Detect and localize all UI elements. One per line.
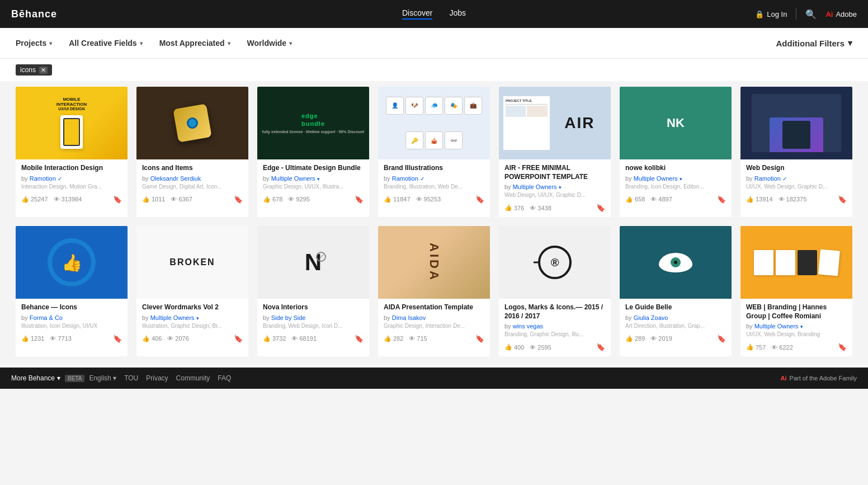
thumbs-up-icon: 👍	[21, 196, 29, 203]
card-stats: 👍 1231 👁 7713 🔖	[21, 332, 122, 346]
likes-count: 11847	[393, 196, 411, 203]
card-stats: 👍 757 👁 6222 🔖	[746, 340, 847, 354]
views-stat: 👁 3438	[530, 205, 551, 211]
nav-discover[interactable]: Discover	[402, 8, 432, 20]
author-name[interactable]: Multiple Owners	[271, 175, 315, 182]
project-card-behance-icons[interactable]: 👍 Behance — Icons by Forma & Co Illustra…	[16, 226, 128, 356]
card-body: AIDA Presentation Template by Dima Isako…	[378, 299, 490, 348]
project-card-web-branding-hannes[interactable]: WEB | Branding | Hannes Group | Coffee R…	[740, 226, 852, 356]
filter-additional[interactable]: Additional Filters ▾	[776, 38, 852, 48]
header: Bēhance Discover Jobs 🔒 Log In 🔍 Ai Adob…	[0, 0, 868, 28]
card-image-wrap: PROJECT TITLE AIR	[499, 87, 611, 159]
footer-privacy-link[interactable]: Privacy	[146, 374, 168, 382]
bookmark-button[interactable]: 🔖	[717, 195, 726, 204]
card-body: Logos, Marks & Icons.— 2015 / 2016 / 201…	[499, 299, 611, 356]
bookmark-button[interactable]: 🔖	[596, 204, 605, 212]
language-selector[interactable]: English ▾	[89, 374, 116, 382]
bookmark-button[interactable]: 🔖	[596, 343, 605, 351]
bookmark-button[interactable]: 🔖	[113, 195, 122, 204]
likes-count: 1011	[152, 196, 165, 203]
likes-stat: 👍 282	[384, 335, 403, 342]
card-stats: 👍 3732 👁 68191 🔖	[263, 332, 364, 346]
verified-icon: ✓	[782, 176, 787, 182]
bookmark-button[interactable]: 🔖	[475, 335, 484, 343]
bookmark-button[interactable]: 🔖	[475, 195, 484, 204]
project-card-aida-presentation[interactable]: AIDA AIDA Presentation Template by Dima …	[378, 226, 490, 356]
thumbs-up-icon: 👍	[625, 196, 633, 203]
project-card-mobile-interaction[interactable]: MOBILEINTERACTIONUX/UI DESIGN Mobile Int…	[16, 87, 128, 217]
project-card-nova-interiors[interactable]: N Nova Interiors by Side by Side Brandin…	[257, 226, 369, 356]
project-card-edge-bundle[interactable]: edgebundle fully extended license · life…	[257, 87, 369, 217]
project-card-nowe-kolibki[interactable]: NK nowe kolibki by Multiple Owners ▾ Bra…	[620, 87, 732, 217]
project-card-air-template[interactable]: PROJECT TITLE AIR AIR - FREE MINIMAL POW…	[499, 87, 611, 217]
author-name[interactable]: Multiple Owners	[754, 323, 799, 329]
bookmark-button[interactable]: 🔖	[355, 195, 364, 204]
project-card-logos-marks[interactable]: ® Logos, Marks & Icons.— 2015 / 2016 / 2…	[499, 226, 611, 356]
chevron-down-icon: ▾	[559, 185, 562, 190]
card-title: nowe kolibki	[625, 164, 726, 173]
main-content: MOBILEINTERACTIONUX/UI DESIGN Mobile Int…	[0, 81, 868, 368]
author-name[interactable]: Dima Isakov	[392, 314, 426, 321]
card-author: by Side by Side	[263, 314, 364, 321]
author-name[interactable]: Multiple Owners	[513, 183, 557, 190]
likes-stat: 👍 376	[504, 204, 524, 211]
bookmark-button[interactable]: 🔖	[355, 335, 364, 343]
nav-jobs[interactable]: Jobs	[449, 8, 466, 20]
project-card-web-design[interactable]: Web Design by Ramotion ✓ UI/UX, Web Desi…	[740, 87, 852, 217]
card-tags: Branding, Graphic Design, Illu...	[504, 331, 605, 337]
card-image-wrap: 👍	[16, 226, 128, 299]
card-stats: 👍 13914 👁 182375 🔖	[746, 192, 847, 206]
bookmark-button[interactable]: 🔖	[717, 335, 726, 343]
thumbs-up-icon: 👍	[21, 335, 29, 342]
card-body: AIR - FREE MINIMAL POWERPOINT TEMPLATE b…	[499, 159, 611, 217]
project-card-brand-illustrations[interactable]: 👤🐶🧢🎭💼🔑🎪👓 Brand Illustrations by Ramotion…	[378, 87, 490, 217]
filter-projects[interactable]: Projects ▾	[16, 39, 52, 48]
footer-faq-link[interactable]: FAQ	[218, 374, 231, 382]
project-card-clever-wordmarks[interactable]: BROKEN Clever Wordmarks Vol 2 by Multipl…	[136, 226, 248, 356]
login-button[interactable]: 🔒 Log In	[755, 10, 787, 18]
bookmark-button[interactable]: 🔖	[838, 343, 847, 351]
author-name[interactable]: Giulia Zoavo	[634, 314, 668, 321]
card-title: Logos, Marks & Icons.— 2015 / 2016 / 201…	[504, 303, 605, 321]
card-body: Mobile Interaction Design by Ramotion ✓ …	[16, 159, 128, 209]
author-name[interactable]: Ramotion	[30, 175, 56, 182]
chevron-down-icon: ▾	[57, 374, 60, 382]
author-name[interactable]: Multiple Owners	[634, 175, 678, 182]
card-author: by Multiple Owners ▾	[504, 183, 605, 190]
bookmark-button[interactable]: 🔖	[234, 335, 243, 343]
adobe-icon: Ai	[781, 375, 787, 382]
views-count: 715	[417, 335, 427, 342]
author-name[interactable]: Side by Side	[271, 314, 306, 321]
likes-stat: 👍 1011	[142, 196, 165, 203]
bookmark-button[interactable]: 🔖	[838, 195, 847, 204]
bookmark-button[interactable]: 🔖	[234, 195, 243, 204]
filter-worldwide[interactable]: Worldwide ▾	[247, 39, 293, 48]
author-name[interactable]: Ramotion	[392, 175, 418, 182]
card-image-wrap: NK	[620, 87, 732, 159]
footer-community-link[interactable]: Community	[176, 374, 210, 382]
tag-close-button[interactable]: ✕	[39, 67, 48, 74]
likes-count: 289	[635, 335, 645, 342]
search-icon[interactable]: 🔍	[805, 9, 817, 20]
filter-most-appreciated[interactable]: Most Appreciated ▾	[159, 39, 230, 48]
views-count: 68191	[299, 335, 317, 342]
project-card-icons-items[interactable]: Icons and Items by Oleksandr Serdiuk Gam…	[136, 87, 248, 217]
card-image-wrap: 👤🐶🧢🎭💼🔑🎪👓	[378, 87, 490, 159]
author-name[interactable]: Oleksandr Serdiuk	[150, 175, 201, 182]
author-name[interactable]: Forma & Co	[30, 314, 63, 321]
filter-bar: Projects ▾ All Creative Fields ▾ Most Ap…	[0, 28, 868, 59]
thumbs-up-icon: 👍	[746, 196, 754, 203]
bookmark-button[interactable]: 🔖	[113, 335, 122, 343]
project-card-le-guide-belle[interactable]: Le Guide Belle by Giulia Zoavo Art Direc…	[620, 226, 732, 356]
author-name[interactable]: wins vegas	[513, 323, 543, 329]
filter-creative-fields[interactable]: All Creative Fields ▾	[69, 39, 142, 48]
more-behance-button[interactable]: More Behance ▾	[11, 374, 60, 382]
views-stat: 👁 6222	[771, 344, 792, 351]
author-name[interactable]: Multiple Owners	[150, 314, 195, 321]
card-image-wrap: ®	[499, 226, 611, 299]
card-body: Web Design by Ramotion ✓ UI/UX, Web Desi…	[740, 159, 852, 209]
author-name[interactable]: Ramotion	[754, 175, 781, 182]
card-tags: Branding, Web Design, Icon D...	[263, 323, 364, 329]
footer-tou-link[interactable]: TOU	[124, 374, 138, 382]
thumbs-up-icon: 👍	[142, 335, 150, 342]
